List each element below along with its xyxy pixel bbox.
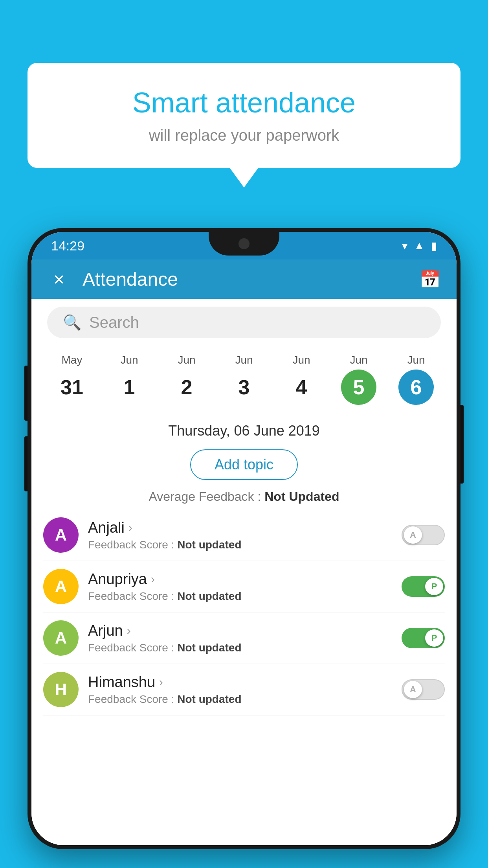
cal-month-label: Jun bbox=[215, 354, 273, 366]
student-feedback: Feedback Score : Not updated bbox=[88, 539, 402, 551]
student-item: AAnupriya ›Feedback Score : Not updatedP bbox=[43, 561, 445, 612]
student-avatar: A bbox=[43, 569, 79, 604]
student-info: Anjali ›Feedback Score : Not updated bbox=[88, 519, 402, 551]
phone-content: 🔍 Search May31Jun1Jun2Jun3Jun4Jun5Jun6 T… bbox=[31, 299, 457, 845]
cal-month-label: Jun bbox=[158, 354, 215, 366]
side-button-power bbox=[460, 405, 464, 484]
toggle-knob: A bbox=[404, 681, 422, 698]
calendar-day-2[interactable]: Jun2 bbox=[158, 354, 215, 405]
student-info: Himanshu ›Feedback Score : Not updated bbox=[88, 674, 402, 706]
side-button-volume-up bbox=[24, 366, 28, 421]
chevron-icon: › bbox=[128, 521, 132, 534]
avg-feedback-value: Not Updated bbox=[264, 489, 339, 504]
attendance-toggle[interactable]: P bbox=[402, 576, 445, 597]
status-icons: ▾ ▲ ▮ bbox=[402, 239, 437, 252]
speech-bubble: Smart attendance will replace your paper… bbox=[28, 63, 460, 168]
notch-camera bbox=[238, 238, 250, 249]
speech-bubble-container: Smart attendance will replace your paper… bbox=[28, 63, 460, 168]
cal-month-label: Jun bbox=[101, 354, 158, 366]
calendar-day-31[interactable]: May31 bbox=[43, 354, 101, 405]
cal-date-number: 2 bbox=[169, 370, 204, 405]
toggle-knob: P bbox=[425, 578, 443, 595]
phone-inner: 14:29 ▾ ▲ ▮ × Attendance 📅 🔍 Search bbox=[31, 232, 457, 845]
student-item: HHimanshu ›Feedback Score : Not updatedA bbox=[43, 664, 445, 715]
signal-icon: ▲ bbox=[414, 239, 425, 252]
calendar-icon[interactable]: 📅 bbox=[419, 269, 441, 289]
cal-date-number: 6 bbox=[398, 370, 434, 405]
status-time: 14:29 bbox=[51, 238, 84, 254]
app-header: × Attendance 📅 bbox=[31, 259, 457, 299]
cal-date-number: 4 bbox=[284, 370, 319, 405]
attendance-toggle-container: A bbox=[402, 679, 445, 700]
cal-month-label: May bbox=[43, 354, 101, 366]
student-avatar: H bbox=[43, 672, 79, 707]
attendance-toggle[interactable]: A bbox=[402, 525, 445, 545]
attendance-toggle-container: A bbox=[402, 525, 445, 545]
calendar-day-3[interactable]: Jun3 bbox=[215, 354, 273, 405]
wifi-icon: ▾ bbox=[402, 239, 407, 252]
speech-bubble-title: Smart attendance bbox=[59, 86, 429, 119]
average-feedback: Average Feedback : Not Updated bbox=[31, 484, 457, 509]
student-name[interactable]: Anupriya › bbox=[88, 571, 402, 588]
student-info: Anupriya ›Feedback Score : Not updated bbox=[88, 571, 402, 603]
chevron-icon: › bbox=[151, 572, 155, 586]
calendar-day-1[interactable]: Jun1 bbox=[101, 354, 158, 405]
attendance-toggle-container: P bbox=[402, 628, 445, 648]
student-avatar: A bbox=[43, 620, 79, 656]
add-topic-button[interactable]: Add topic bbox=[190, 449, 298, 480]
phone-notch bbox=[209, 232, 279, 256]
attendance-toggle[interactable]: A bbox=[402, 679, 445, 700]
student-list: AAnjali ›Feedback Score : Not updatedAAA… bbox=[31, 509, 457, 715]
cal-date-number: 5 bbox=[341, 370, 376, 405]
calendar-day-4[interactable]: Jun4 bbox=[273, 354, 330, 405]
student-item: AArjun ›Feedback Score : Not updatedP bbox=[43, 612, 445, 664]
search-bar[interactable]: 🔍 Search bbox=[47, 307, 441, 338]
cal-date-number: 31 bbox=[54, 370, 90, 405]
toggle-knob: P bbox=[425, 629, 443, 647]
student-item: AAnjali ›Feedback Score : Not updatedA bbox=[43, 509, 445, 561]
student-name[interactable]: Himanshu › bbox=[88, 674, 402, 691]
student-feedback: Feedback Score : Not updated bbox=[88, 693, 402, 706]
cal-month-label: Jun bbox=[387, 354, 445, 366]
speech-bubble-subtitle: will replace your paperwork bbox=[59, 127, 429, 144]
student-avatar: A bbox=[43, 517, 79, 553]
calendar-day-5[interactable]: Jun5 bbox=[330, 354, 387, 405]
student-name[interactable]: Anjali › bbox=[88, 519, 402, 536]
phone-frame: 14:29 ▾ ▲ ▮ × Attendance 📅 🔍 Search bbox=[28, 228, 460, 849]
close-button[interactable]: × bbox=[47, 268, 71, 290]
battery-icon: ▮ bbox=[431, 239, 437, 252]
cal-date-number: 1 bbox=[112, 370, 147, 405]
search-icon: 🔍 bbox=[63, 314, 81, 331]
cal-month-label: Jun bbox=[330, 354, 387, 366]
calendar-strip: May31Jun1Jun2Jun3Jun4Jun5Jun6 bbox=[31, 346, 457, 413]
avg-feedback-label: Average Feedback : bbox=[149, 489, 261, 504]
student-info: Arjun ›Feedback Score : Not updated bbox=[88, 622, 402, 654]
chevron-icon: › bbox=[159, 675, 163, 689]
side-button-volume-down bbox=[24, 436, 28, 491]
search-container: 🔍 Search bbox=[31, 299, 457, 346]
search-placeholder: Search bbox=[89, 314, 139, 331]
header-title: Attendance bbox=[83, 268, 419, 290]
cal-date-number: 3 bbox=[226, 370, 262, 405]
student-feedback: Feedback Score : Not updated bbox=[88, 642, 402, 654]
calendar-day-6[interactable]: Jun6 bbox=[387, 354, 445, 405]
student-feedback: Feedback Score : Not updated bbox=[88, 590, 402, 603]
attendance-toggle[interactable]: P bbox=[402, 628, 445, 648]
chevron-icon: › bbox=[127, 624, 131, 637]
cal-month-label: Jun bbox=[273, 354, 330, 366]
student-name[interactable]: Arjun › bbox=[88, 622, 402, 639]
selected-date-display: Thursday, 06 June 2019 bbox=[31, 413, 457, 445]
attendance-toggle-container: P bbox=[402, 576, 445, 597]
toggle-knob: A bbox=[404, 526, 422, 544]
